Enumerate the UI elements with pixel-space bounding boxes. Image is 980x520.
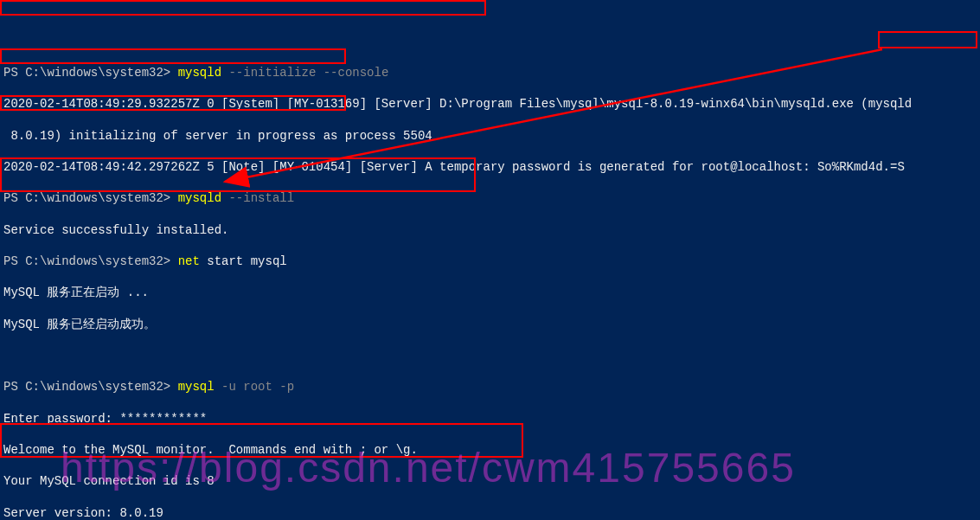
output-line: Server version: 8.0.19: [3, 505, 977, 520]
output-line: MySQL 服务正在启动 ...: [3, 285, 977, 300]
output-line: MySQL 服务已经启动成功。: [3, 317, 977, 332]
command-executable: mysql: [178, 380, 215, 394]
output-line: Service successfully installed.: [3, 222, 977, 238]
prompt: PS C:\windows\system32>: [3, 380, 170, 394]
command-executable: net: [178, 254, 200, 268]
annotation-box-cmd1: [0, 0, 486, 16]
prompt: PS C:\windows\system32>: [3, 254, 170, 268]
command-args: --install: [228, 191, 294, 205]
output-line: Welcome to the MySQL monitor. Commands e…: [3, 442, 977, 458]
annotation-box-cmd2: [0, 48, 346, 64]
command-args: --initialize --console: [228, 66, 388, 80]
output-line: 8.0.19) initializing of server in progre…: [3, 128, 977, 144]
command-args: -u root -p: [221, 380, 294, 394]
terminal-line: PS C:\windows\system32> net start mysql: [3, 254, 977, 269]
output-line: 2020-02-14T08:49:42.297262Z 5 [Note] [MY…: [3, 159, 977, 175]
terminal-line: PS C:\windows\system32> mysql -u root -p: [3, 379, 977, 395]
terminal-line: PS C:\windows\system32> mysqld --install: [3, 190, 977, 206]
generated-password: So%RKmd4d.=S: [810, 160, 905, 174]
password-prompt: Enter password: ************: [3, 411, 977, 427]
terminal-line: PS C:\windows\system32> mysqld --initial…: [3, 65, 977, 80]
output-line: 2020-02-14T08:49:29.932257Z 0 [System] […: [3, 96, 977, 112]
command-args: start mysql: [207, 254, 286, 268]
prompt: PS C:\windows\system32>: [3, 191, 170, 205]
blank-line: [3, 348, 977, 363]
output-line: Your MySQL connection id is 8: [3, 473, 977, 489]
prompt: PS C:\windows\system32>: [3, 66, 170, 80]
command-executable: mysqld: [178, 66, 221, 80]
command-executable: mysqld: [178, 191, 221, 205]
annotation-box-password: [878, 31, 977, 48]
